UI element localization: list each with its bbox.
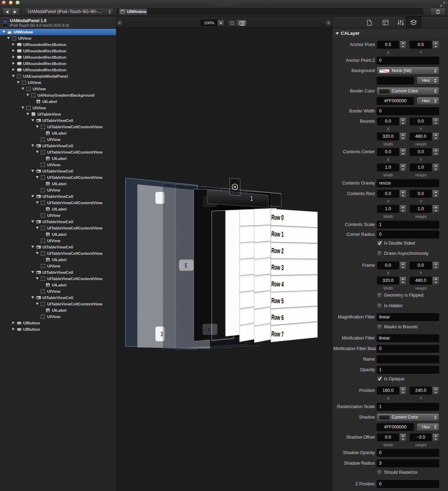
svg-text:Row 7: Row 7 — [271, 330, 284, 338]
svg-text:Row 5: Row 5 — [271, 296, 284, 305]
svg-text:Row 2: Row 2 — [271, 246, 284, 255]
svg-text:Row 3: Row 3 — [271, 263, 284, 272]
svg-text:Row 6: Row 6 — [271, 313, 284, 322]
svg-text:Row 1: Row 1 — [271, 230, 284, 239]
svg-text:3: 3 — [161, 330, 163, 337]
svg-text:5: 5 — [185, 262, 187, 269]
svg-text:1: 1 — [251, 195, 253, 202]
svg-text:4: 4 — [208, 326, 210, 333]
svg-text:Row 0: Row 0 — [271, 213, 284, 222]
svg-text:Row 4: Row 4 — [271, 280, 284, 289]
